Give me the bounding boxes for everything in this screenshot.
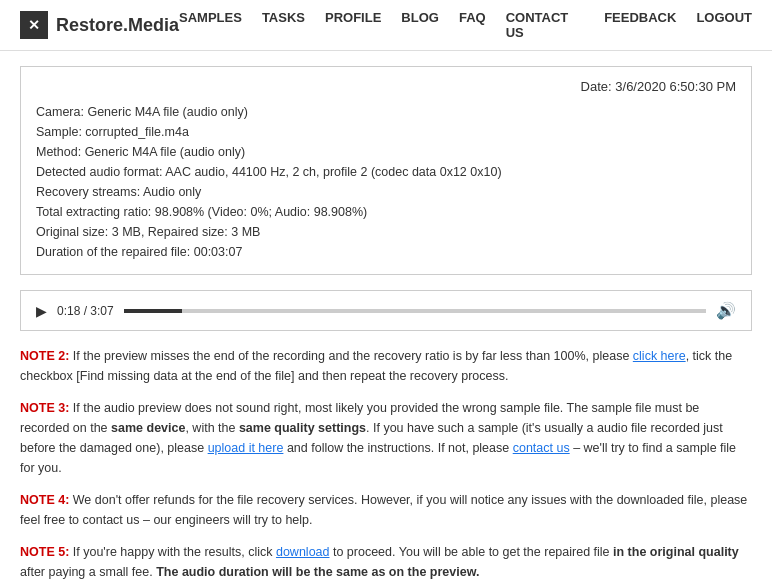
notes-section: NOTE 2: If the preview misses the end of… (20, 346, 752, 582)
info-line: Total extracting ratio: 98.908% (Video: … (36, 202, 736, 222)
volume-icon[interactable]: 🔊 (716, 301, 736, 320)
info-line: Duration of the repaired file: 00:03:07 (36, 242, 736, 262)
logo: ✕ Restore.Media (20, 11, 179, 39)
note-5-text: If you're happy with the results, click … (20, 545, 739, 579)
main-nav: SAMPLESTASKSPROFILEBLOGFAQCONTACT USFEED… (179, 10, 752, 40)
logo-icon: ✕ (20, 11, 48, 39)
note-3-bold2: same quality settings (239, 421, 366, 435)
note-5: NOTE 5: If you're happy with the results… (20, 542, 752, 582)
progress-bar-fill (124, 309, 182, 313)
info-lines: Camera: Generic M4A file (audio only)Sam… (36, 102, 736, 262)
main-content: Date: 3/6/2020 6:50:30 PM Camera: Generi… (0, 51, 772, 588)
nav-item-logout[interactable]: LOGOUT (696, 10, 752, 40)
info-line: Sample: corrupted_file.m4a (36, 122, 736, 142)
note-3-label: NOTE 3: (20, 401, 69, 415)
info-line: Original size: 3 MB, Repaired size: 3 MB (36, 222, 736, 242)
time-label: 0:18 / 3:07 (57, 304, 114, 318)
header: ✕ Restore.Media SAMPLESTASKSPROFILEBLOGF… (0, 0, 772, 51)
note-2-label: NOTE 2: (20, 349, 69, 363)
info-line: Recovery streams: Audio only (36, 182, 736, 202)
info-box: Date: 3/6/2020 6:50:30 PM Camera: Generi… (20, 66, 752, 275)
info-line: Camera: Generic M4A file (audio only) (36, 102, 736, 122)
note-5-link[interactable]: download (276, 545, 330, 559)
note-3: NOTE 3: If the audio preview does not so… (20, 398, 752, 478)
note-2-link[interactable]: click here (633, 349, 686, 363)
audio-player: ▶ 0:18 / 3:07 🔊 (20, 290, 752, 331)
note-5-bold2: The audio duration will be the same as o… (156, 565, 479, 579)
note-2-text: If the preview misses the end of the rec… (20, 349, 732, 383)
info-line: Method: Generic M4A file (audio only) (36, 142, 736, 162)
nav-item-profile[interactable]: PROFILE (325, 10, 381, 40)
progress-bar[interactable] (124, 309, 706, 313)
nav-item-samples[interactable]: SAMPLES (179, 10, 242, 40)
nav-item-faq[interactable]: FAQ (459, 10, 486, 40)
date-line: Date: 3/6/2020 6:50:30 PM (36, 79, 736, 94)
note-4-label: NOTE 4: (20, 493, 69, 507)
note-3-link2[interactable]: contact us (513, 441, 570, 455)
note-4-text: We don't offer refunds for the file reco… (20, 493, 747, 527)
note-3-bold1: same device (111, 421, 185, 435)
play-button[interactable]: ▶ (36, 303, 47, 319)
nav-item-feedback[interactable]: FEEDBACK (604, 10, 676, 40)
nav-item-blog[interactable]: BLOG (401, 10, 439, 40)
logo-text: Restore.Media (56, 15, 179, 36)
note-3-text: If the audio preview does not sound righ… (20, 401, 736, 475)
nav-item-contact-us[interactable]: CONTACT US (506, 10, 585, 40)
note-3-link1[interactable]: upload it here (208, 441, 284, 455)
note-4: NOTE 4: We don't offer refunds for the f… (20, 490, 752, 530)
nav-item-tasks[interactable]: TASKS (262, 10, 305, 40)
note-5-bold1: in the original quality (613, 545, 739, 559)
note-5-label: NOTE 5: (20, 545, 69, 559)
note-2: NOTE 2: If the preview misses the end of… (20, 346, 752, 386)
info-line: Detected audio format: AAC audio, 44100 … (36, 162, 736, 182)
